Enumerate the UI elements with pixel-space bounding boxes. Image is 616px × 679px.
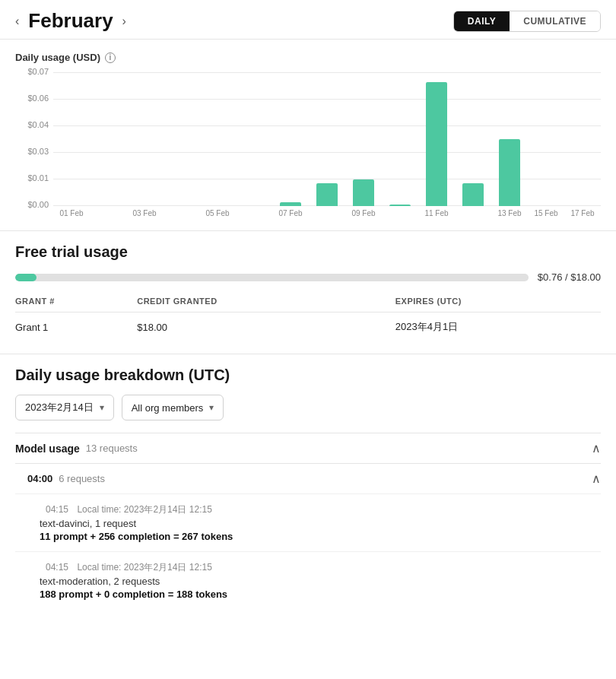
breakdown-section: Daily usage breakdown (UTC) 2023年2月14日 ▾… (0, 354, 616, 621)
model-usage-header[interactable]: Model usage 13 requests ∧ (15, 433, 601, 463)
bar-slot (309, 72, 345, 206)
progress-amount: $0.76 / $18.00 (538, 271, 601, 283)
header-left: ‹ February › (12, 9, 129, 33)
bar-slot (455, 72, 491, 206)
bar-slot (163, 72, 199, 206)
free-trial-title: Free trial usage (15, 243, 601, 261)
progress-bar-wrap (15, 274, 529, 281)
member-filter-value: All org members (132, 402, 204, 414)
grant-cell-credit: $18.00 (122, 313, 380, 342)
bar-slot (382, 72, 418, 206)
usage-entry-model: text-davinci, 1 request (40, 518, 601, 529)
progress-row: $0.76 / $18.00 (15, 271, 601, 283)
chart-title: Daily usage (USD) (15, 52, 100, 63)
date-filter-value: 2023年2月14日 (25, 401, 94, 414)
bar (316, 183, 338, 206)
chart-label: Daily usage (USD) i (15, 52, 601, 63)
month-title: February (28, 9, 113, 33)
usage-entry-time: 04:15 Local time: 2023年2月14日 12:15 (40, 503, 601, 516)
view-toggle-group: DAILY CUMULATIVE (453, 11, 601, 32)
next-month-button[interactable]: › (119, 13, 129, 30)
bar-slot (236, 72, 272, 206)
info-icon[interactable]: i (105, 52, 116, 63)
page-header: ‹ February › DAILY CUMULATIVE (0, 0, 616, 40)
time-group-header[interactable]: 04:00 6 requests ∧ (15, 463, 601, 493)
bar-slot (199, 72, 236, 206)
x-axis-label: 15 Feb (528, 209, 564, 217)
bar-slot (491, 72, 528, 206)
x-axis-label: 13 Feb (491, 209, 528, 217)
x-axis: 01 Feb03 Feb05 Feb07 Feb09 Feb11 Feb13 F… (53, 206, 601, 224)
time-group-requests: 6 requests (59, 473, 105, 484)
bar-slot (345, 72, 382, 206)
grant-cell-expires: 2023年4月1日 (380, 313, 601, 342)
date-filter-chevron-icon: ▾ (100, 402, 104, 413)
usage-entry-tokens: 188 prompt + 0 completion = 188 tokens (40, 589, 601, 600)
model-usage-left: Model usage 13 requests (15, 443, 138, 455)
model-usage-title: Model usage (15, 443, 80, 455)
x-axis-label: 17 Feb (564, 209, 601, 217)
grant-col-header: GRANT # (15, 293, 122, 313)
credit-col-header: CREDIT GRANTED (122, 293, 380, 313)
time-group-label: 04:00 (27, 473, 52, 484)
x-axis-label: 03 Feb (126, 209, 163, 217)
time-group-left: 04:00 6 requests (27, 473, 105, 484)
x-axis-label: 11 Feb (418, 209, 455, 217)
daily-toggle-button[interactable]: DAILY (454, 11, 510, 31)
grant-row: Grant 1$18.002023年4月1日 (15, 313, 601, 342)
chart-container: $0.07 $0.06 $0.04 $0.03 $0.01 $0.00 01 F… (15, 72, 601, 224)
filter-row: 2023年2月14日 ▾ All org members ▾ (15, 395, 601, 420)
expires-col-header: EXPIRES (UTC) (380, 293, 601, 313)
x-axis-label: 05 Feb (199, 209, 236, 217)
progress-bar-fill (15, 274, 37, 281)
grants-table: GRANT # CREDIT GRANTED EXPIRES (UTC) Gra… (15, 293, 601, 341)
bar (426, 82, 448, 206)
model-usage-collapse-icon: ∧ (592, 441, 601, 455)
bar-slot (53, 72, 90, 206)
usage-entry-time: 04:15 Local time: 2023年2月14日 12:15 (40, 561, 601, 574)
time-group-collapse-icon: ∧ (592, 471, 601, 486)
breakdown-title: Daily usage breakdown (UTC) (15, 366, 601, 384)
bar-slot (272, 72, 309, 206)
bar (499, 139, 521, 206)
date-filter-select[interactable]: 2023年2月14日 ▾ (15, 395, 114, 420)
bar-slot (126, 72, 163, 206)
x-axis-label: 07 Feb (272, 209, 309, 217)
x-axis-label: 01 Feb (53, 209, 90, 217)
bar (462, 183, 484, 206)
bar-slot (418, 72, 455, 206)
grant-cell-grant: Grant 1 (15, 313, 122, 342)
bar-slot (564, 72, 601, 206)
member-filter-chevron-icon: ▾ (209, 402, 214, 413)
usage-entry-tokens: 11 prompt + 256 completion = 267 tokens (40, 531, 601, 542)
model-usage-requests: 13 requests (86, 443, 138, 454)
bar-slot (528, 72, 564, 206)
bar (353, 179, 375, 206)
usage-entry: 04:15 Local time: 2023年2月14日 12:15 text-… (15, 551, 601, 609)
x-axis-label: 09 Feb (345, 209, 382, 217)
free-trial-section: Free trial usage $0.76 / $18.00 GRANT # … (0, 230, 616, 354)
chart-section: Daily usage (USD) i $0.07 $0.06 $0.04 $0… (0, 40, 616, 230)
bars-area (53, 72, 601, 206)
member-filter-select[interactable]: All org members ▾ (122, 395, 224, 420)
bar-slot (90, 72, 126, 206)
usage-entry-model: text-moderation, 2 requests (40, 576, 601, 587)
usage-entry: 04:15 Local time: 2023年2月14日 12:15 text-… (15, 493, 601, 551)
prev-month-button[interactable]: ‹ (12, 13, 22, 30)
cumulative-toggle-button[interactable]: CUMULATIVE (510, 11, 600, 31)
